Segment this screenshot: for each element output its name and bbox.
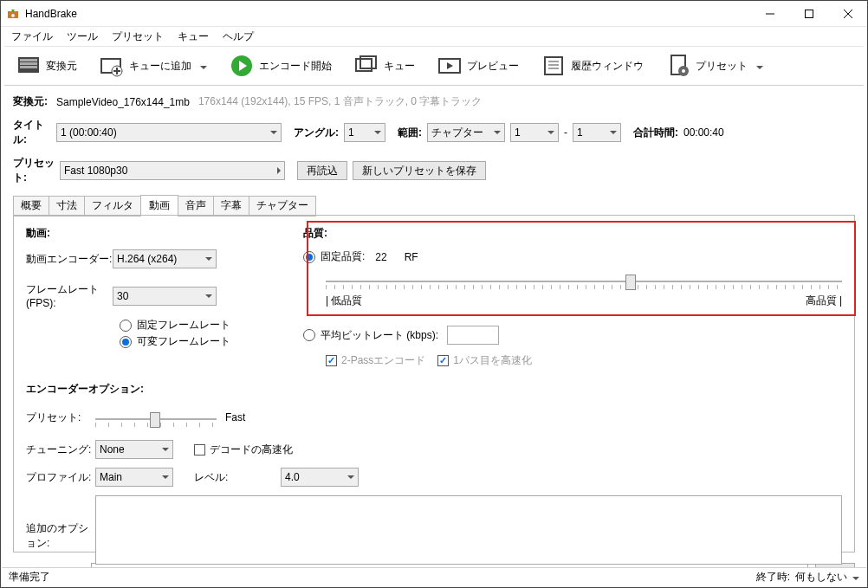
twopass-checkbox[interactable]: [326, 355, 337, 366]
angle-label: アングル:: [294, 126, 339, 140]
minimize-button[interactable]: [750, 1, 789, 26]
total-value: 00:00:40: [683, 126, 724, 139]
enc-preset-slider[interactable]: [95, 410, 217, 428]
fast-decode-checkbox[interactable]: [194, 444, 205, 456]
range-mode-select[interactable]: チャプター: [427, 123, 505, 142]
fps-select[interactable]: 30: [113, 287, 217, 306]
tab-subtitle[interactable]: 字幕: [213, 196, 249, 216]
menu-preset[interactable]: プリセット: [105, 28, 171, 46]
video-head: 動画:: [26, 226, 303, 241]
quality-low-label: | 低品質: [326, 294, 362, 308]
source-name: SampleVideo_176x144_1mb: [56, 96, 190, 108]
profile-label: プロファイル:: [26, 470, 95, 485]
queue-button[interactable]: キュー: [347, 48, 422, 83]
total-label: 合計時間:: [633, 126, 678, 140]
turbo-checkbox[interactable]: [437, 355, 449, 366]
add-to-queue-button[interactable]: キューに追加: [93, 48, 214, 83]
quality-high-label: 高品質 |: [806, 294, 842, 308]
svg-point-1: [11, 14, 15, 17]
preset-label: プリセット:: [13, 156, 60, 185]
source-info: 176x144 (192x144), 15 FPS, 1 音声トラック, 0 字…: [198, 94, 482, 109]
constant-quality-radio[interactable]: [303, 251, 315, 263]
svg-point-26: [682, 69, 685, 73]
reload-button[interactable]: 再読込: [297, 161, 347, 180]
source-button[interactable]: 変換元: [10, 48, 84, 83]
enc-preset-label: プリセット:: [26, 410, 95, 425]
preview-button[interactable]: プレビュー: [431, 48, 526, 83]
tab-video[interactable]: 動画: [140, 195, 178, 216]
app-icon: [6, 7, 20, 21]
svg-rect-8: [20, 62, 37, 65]
extra-options-input[interactable]: [95, 495, 842, 565]
avg-bitrate-radio[interactable]: [303, 329, 315, 341]
avg-bitrate-input[interactable]: [447, 326, 499, 345]
profile-select[interactable]: Main: [95, 468, 173, 487]
menu-help[interactable]: ヘルプ: [216, 28, 261, 46]
preset-select[interactable]: Fast 1080p30: [60, 161, 285, 180]
chevron-down-icon: [195, 60, 207, 72]
on-finish-select[interactable]: 何もしない: [795, 570, 859, 585]
range-to-select[interactable]: 1: [573, 123, 621, 142]
chevron-down-icon: [751, 60, 763, 72]
save-new-preset-button[interactable]: 新しいプリセットを保存: [353, 161, 486, 180]
tune-label: チューニング:: [26, 443, 95, 457]
encoder-select[interactable]: H.264 (x264): [113, 249, 217, 268]
title-select[interactable]: 1 (00:00:40): [56, 123, 282, 142]
fps-label: フレームレート(FPS):: [26, 282, 113, 309]
encopts-head: エンコーダーオプション:: [26, 382, 842, 397]
menu-file[interactable]: ファイル: [4, 28, 60, 46]
level-label: レベル:: [194, 470, 281, 485]
preset-button[interactable]: プリセット: [659, 48, 770, 83]
source-label: 変換元:: [13, 94, 56, 109]
history-button[interactable]: 履歴ウィンドウ: [534, 48, 651, 83]
svg-rect-3: [805, 10, 813, 17]
svg-rect-20: [545, 57, 562, 74]
menu-tool[interactable]: ツール: [60, 28, 105, 46]
quality-head: 品質:: [303, 226, 842, 241]
angle-select[interactable]: 1: [344, 123, 385, 142]
extra-label: 追加のオプション:: [26, 495, 95, 551]
window-title: HandBrake: [25, 8, 750, 20]
tab-summary[interactable]: 概要: [13, 196, 49, 216]
title-label: タイトル:: [13, 118, 56, 147]
menu-queue[interactable]: キュー: [171, 28, 216, 46]
quality-slider[interactable]: [326, 273, 842, 290]
tab-chapter[interactable]: チャプター: [249, 196, 316, 216]
level-select[interactable]: 4.0: [281, 468, 359, 487]
cfr-radio[interactable]: [120, 320, 132, 332]
svg-rect-7: [20, 59, 37, 61]
close-button[interactable]: [828, 1, 867, 26]
range-label: 範囲:: [398, 126, 422, 140]
tab-filters[interactable]: フィルタ: [84, 196, 141, 216]
start-encode-button[interactable]: エンコード開始: [223, 48, 339, 83]
cq-value: 22: [375, 251, 386, 263]
svg-marker-19: [447, 62, 453, 69]
cq-unit: RF: [405, 251, 418, 263]
encoder-label: 動画エンコーダー:: [26, 252, 113, 267]
svg-rect-9: [20, 66, 37, 68]
status-text: 準備完了: [9, 570, 50, 585]
range-from-select[interactable]: 1: [510, 123, 559, 142]
tune-select[interactable]: None: [95, 440, 173, 459]
tab-dimensions[interactable]: 寸法: [49, 196, 85, 216]
maximize-button[interactable]: [789, 1, 828, 26]
tab-audio[interactable]: 音声: [178, 196, 214, 216]
enc-preset-value: Fast: [225, 411, 245, 423]
vfr-radio[interactable]: [120, 336, 132, 348]
